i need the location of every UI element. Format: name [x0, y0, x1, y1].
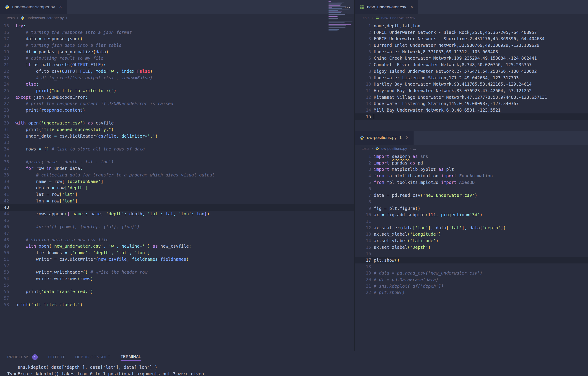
code-line[interactable]: 9Underwater Listening Station,171.2,49.0…: [355, 74, 588, 81]
code-line[interactable]: 53 writer.writeheader() # write the head…: [0, 269, 354, 275]
code-line[interactable]: 3FORCE Underwater Network - Shoreline,2.…: [355, 35, 588, 42]
tab-uw-positions[interactable]: uw-positions.py 1 ×: [355, 131, 414, 145]
code-line[interactable]: 18: [355, 263, 588, 270]
code-line[interactable]: 8Digby Island Underwater Network,27.5764…: [355, 68, 588, 74]
code-line[interactable]: 15try:: [0, 23, 354, 29]
code-line[interactable]: 18 # turning json data into a flat table: [0, 42, 354, 49]
code-line[interactable]: 19 df = pandas.json_normalize(data): [0, 49, 354, 55]
code-line[interactable]: 3import matplotlib.pyplot as plt: [355, 166, 588, 173]
code-editor-new-underwater-csv[interactable]: 1name,depth,lat,lon2FORCE Underwater Net…: [355, 21, 588, 131]
code-line[interactable]: 16: [355, 250, 588, 257]
close-icon[interactable]: ×: [406, 135, 409, 141]
breadcrumb-tail[interactable]: ...: [413, 146, 416, 151]
code-line[interactable]: 13ax.set_xlabel('Longitude'): [355, 231, 588, 238]
code-line[interactable]: 21 if os.path.exists(OUTPUT_FILE):: [0, 62, 354, 68]
code-line[interactable]: 37 for row in under_data:: [0, 165, 354, 172]
tab-new-underwater-csv[interactable]: new_underwater.csv ×: [355, 0, 418, 14]
code-line[interactable]: 33: [0, 139, 354, 146]
code-line[interactable]: 58print('all files closed.'): [0, 302, 354, 308]
close-icon[interactable]: ×: [410, 4, 413, 10]
code-line[interactable]: 39 name = row['locationName']: [0, 178, 354, 185]
code-line[interactable]: 9fig = plt.figure(): [355, 205, 588, 212]
code-line[interactable]: 31 print("file opened successfully."): [0, 126, 354, 133]
code-line[interactable]: 30with open('underwater.csv') as csvfile…: [0, 120, 354, 126]
breadcrumb-file[interactable]: underwater-scraper.py: [27, 16, 64, 20]
breadcrumb-tail[interactable]: ...: [69, 16, 73, 20]
code-line[interactable]: 36 #print('name - depth - lat - lon'): [0, 159, 354, 165]
tab-underwater-scraper[interactable]: underwater-scraper.py ×: [0, 0, 67, 14]
code-line[interactable]: 25 print("no file to write to :("): [0, 87, 354, 94]
breadcrumb-file[interactable]: uw-positions.py: [381, 146, 407, 151]
code-line[interactable]: 11: [355, 218, 588, 225]
code-line[interactable]: 17 data = response.json(): [0, 35, 354, 42]
code-line[interactable]: 19# data = pd.read_csv('new_underwater.c…: [355, 270, 588, 276]
code-line[interactable]: 40 depth = row['depth']: [0, 185, 354, 191]
code-line[interactable]: 10ax = fig.add_subplot(111, projection='…: [355, 211, 588, 218]
code-line[interactable]: 1name,depth,lat,lon: [355, 23, 588, 29]
code-line[interactable]: 22# plt.show(): [355, 289, 588, 296]
code-line[interactable]: 2import pandas as pd: [355, 160, 588, 166]
code-line[interactable]: 23 # df.to_excel('sea-output.xlsx', inde…: [0, 74, 354, 81]
code-line[interactable]: 32 under_data = csv.DictReader(csvfile, …: [0, 133, 354, 139]
code-line[interactable]: 46 #print(f'{name}, {depth}, {lat}, {lon…: [0, 223, 354, 230]
code-line[interactable]: 15ax.set_zlabel('Depth'): [355, 244, 588, 251]
code-line[interactable]: 14ax.set_ylabel('Latitude'): [355, 238, 588, 244]
close-icon[interactable]: ×: [59, 4, 62, 10]
code-line[interactable]: 41 lat = row['lat']: [0, 191, 354, 198]
code-line[interactable]: 1import seaborn as sns: [355, 153, 588, 160]
code-line[interactable]: 34 rows = [] # list to store all the row…: [0, 146, 354, 152]
code-line[interactable]: 20 # outputting result to my file: [0, 55, 354, 62]
code-editor-underwater-scraper[interactable]: 15try:16 # turning the response into a j…: [0, 21, 354, 351]
breadcrumb-root[interactable]: tests: [7, 16, 15, 20]
code-line[interactable]: 43: [0, 204, 354, 211]
terminal-output[interactable]: sns.kdeplot( data['depth'], data['lat'],…: [0, 363, 588, 376]
code-line[interactable]: 42 lon = row['lon']: [0, 198, 354, 204]
code-line[interactable]: 56 print('data transferred.'): [0, 288, 354, 295]
code-line[interactable]: 15: [355, 114, 588, 120]
minimap[interactable]: [328, 1, 353, 31]
code-line[interactable]: 5from mpl_toolkits.mplot3d import Axes3D: [355, 179, 588, 186]
code-editor-uw-positions[interactable]: 1import seaborn as sns2import pandas as …: [355, 152, 588, 351]
code-line[interactable]: 13Underwater Listening Station,145.0,49.…: [355, 100, 588, 107]
code-line[interactable]: 4from matplotlib.animation import FuncAn…: [355, 173, 588, 179]
code-line[interactable]: 10Hartley Bay Underwater Network,93.4117…: [355, 81, 588, 87]
panel-tab-debug-console[interactable]: DEBUG CONSOLE: [75, 355, 110, 361]
code-line[interactable]: 57: [0, 295, 354, 302]
code-line[interactable]: 22 df.to_csv(OUTPUT_FILE, mode='w', inde…: [0, 68, 354, 74]
code-line[interactable]: 8: [355, 198, 588, 205]
code-line[interactable]: 27 # print the response content if JSOND…: [0, 100, 354, 107]
code-line[interactable]: 35: [0, 152, 354, 159]
code-line[interactable]: 6: [355, 186, 588, 192]
panel-tab-terminal[interactable]: TERMINAL: [120, 355, 141, 361]
code-line[interactable]: 16 # turning the response into a json fo…: [0, 29, 354, 36]
code-line[interactable]: 48 # storing data in a new csv file: [0, 237, 354, 243]
code-line[interactable]: 29: [0, 114, 354, 120]
code-line[interactable]: 44 rows.append({'name': name, 'depth': d…: [0, 211, 354, 217]
code-line[interactable]: 50 fieldnames = ['name', 'depth', 'lat',…: [0, 250, 354, 256]
code-line[interactable]: 51 writer = csv.DictWriter(new_csvfile, …: [0, 256, 354, 262]
code-line[interactable]: 55: [0, 282, 354, 289]
code-line[interactable]: 24 else:: [0, 81, 354, 87]
code-line[interactable]: 2FORCE Underwater Network - Black Rock,2…: [355, 29, 588, 36]
code-line[interactable]: 17plt.show(): [355, 257, 588, 263]
code-line[interactable]: 52: [0, 262, 354, 269]
code-line[interactable]: 49 with open('new_underwater.csv', 'w', …: [0, 243, 354, 250]
code-line[interactable]: 45: [0, 217, 354, 224]
code-line[interactable]: 54 writer.writerows(rows): [0, 275, 354, 282]
code-line[interactable]: 20# df = pd.DataFrame(data): [355, 276, 588, 283]
code-line[interactable]: 4Burrard Inlet Underwater Network,33.980…: [355, 42, 588, 49]
panel-tab-problems[interactable]: PROBLEMS1: [7, 354, 38, 361]
code-line[interactable]: 47: [0, 230, 354, 237]
breadcrumb-file[interactable]: new_underwater.csv: [381, 16, 415, 20]
code-line[interactable]: 7data = pd.read_csv('new_underwater.csv'…: [355, 192, 588, 198]
code-line[interactable]: 26except json.JSONDecodeError:: [0, 94, 354, 101]
code-line[interactable]: 12Kitamaat Village Underwater Network,47…: [355, 94, 588, 101]
code-line[interactable]: 7Campbell River Underwater Network,8.348…: [355, 62, 588, 68]
code-line[interactable]: 14Mill Bay Underwater Network,6.0,48.653…: [355, 107, 588, 114]
code-line[interactable]: 12ax.scatter(data['lon'], data['lat'], d…: [355, 225, 588, 231]
code-line[interactable]: 38 # collecting data for transfer to a p…: [0, 172, 354, 178]
code-line[interactable]: 5Underwater Network,8.371053,69.11312,-1…: [355, 49, 588, 55]
breadcrumb-root[interactable]: tests: [361, 16, 370, 20]
breadcrumb-root[interactable]: tests: [361, 146, 370, 151]
code-line[interactable]: 21# sns.kdeplot( df['depth']): [355, 283, 588, 290]
